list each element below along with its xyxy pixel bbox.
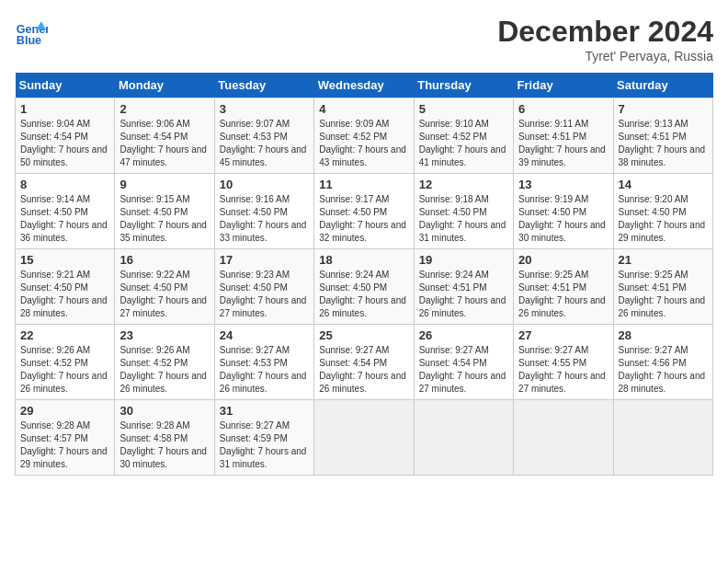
- calendar-cell: 25 Sunrise: 9:27 AMSunset: 4:54 PMDaylig…: [314, 325, 414, 400]
- cell-info: Sunrise: 9:15 AMSunset: 4:50 PMDaylight:…: [119, 194, 207, 243]
- day-number: 3: [220, 102, 309, 116]
- calendar-cell: [314, 400, 414, 476]
- cell-info: Sunrise: 9:13 AMSunset: 4:51 PMDaylight:…: [619, 119, 706, 167]
- cell-info: Sunrise: 9:26 AMSunset: 4:52 PMDaylight:…: [119, 345, 207, 394]
- day-number: 19: [419, 253, 508, 267]
- col-header-monday: Monday: [115, 73, 214, 98]
- calendar-cell: 9 Sunrise: 9:15 AMSunset: 4:50 PMDayligh…: [115, 174, 214, 249]
- cell-info: Sunrise: 9:04 AMSunset: 4:54 PMDaylight:…: [20, 119, 108, 167]
- calendar-table: SundayMondayTuesdayWednesdayThursdayFrid…: [15, 73, 713, 476]
- calendar-cell: 29 Sunrise: 9:28 AMSunset: 4:57 PMDaylig…: [16, 400, 115, 476]
- cell-info: Sunrise: 9:27 AMSunset: 4:54 PMDaylight:…: [319, 345, 406, 394]
- cell-info: Sunrise: 9:07 AMSunset: 4:53 PMDaylight:…: [220, 119, 307, 167]
- cell-info: Sunrise: 9:27 AMSunset: 4:56 PMDaylight:…: [619, 345, 706, 394]
- calendar-cell: 10 Sunrise: 9:16 AMSunset: 4:50 PMDaylig…: [214, 174, 313, 249]
- day-number: 15: [20, 253, 109, 267]
- day-number: 9: [119, 178, 209, 191]
- cell-info: Sunrise: 9:17 AMSunset: 4:50 PMDaylight:…: [319, 194, 406, 243]
- cell-info: Sunrise: 9:27 AMSunset: 4:54 PMDaylight:…: [419, 345, 506, 394]
- calendar-cell: 6 Sunrise: 9:11 AMSunset: 4:51 PMDayligh…: [514, 98, 613, 174]
- calendar-cell: 5 Sunrise: 9:10 AMSunset: 4:52 PMDayligh…: [414, 98, 513, 174]
- calendar-cell: 21 Sunrise: 9:25 AMSunset: 4:51 PMDaylig…: [613, 249, 712, 325]
- day-number: 1: [20, 102, 109, 116]
- day-number: 26: [419, 328, 508, 342]
- col-header-sunday: Sunday: [16, 73, 115, 98]
- cell-info: Sunrise: 9:24 AMSunset: 4:50 PMDaylight:…: [319, 270, 406, 318]
- calendar-cell: 14 Sunrise: 9:20 AMSunset: 4:50 PMDaylig…: [613, 174, 712, 249]
- day-number: 11: [319, 178, 408, 191]
- day-number: 6: [518, 102, 608, 116]
- cell-info: Sunrise: 9:28 AMSunset: 4:58 PMDaylight:…: [119, 420, 207, 469]
- calendar-cell: 24 Sunrise: 9:27 AMSunset: 4:53 PMDaylig…: [214, 325, 313, 400]
- day-number: 13: [518, 178, 608, 191]
- calendar-week-row: 1 Sunrise: 9:04 AMSunset: 4:54 PMDayligh…: [16, 98, 713, 174]
- col-header-friday: Friday: [514, 73, 613, 98]
- cell-info: Sunrise: 9:27 AMSunset: 4:53 PMDaylight:…: [220, 345, 307, 394]
- cell-info: Sunrise: 9:20 AMSunset: 4:50 PMDaylight:…: [619, 194, 706, 243]
- logo-icon: General Blue: [15, 15, 48, 48]
- calendar-week-row: 15 Sunrise: 9:21 AMSunset: 4:50 PMDaylig…: [16, 249, 713, 325]
- calendar-cell: 28 Sunrise: 9:27 AMSunset: 4:56 PMDaylig…: [613, 325, 712, 400]
- col-header-saturday: Saturday: [613, 73, 712, 98]
- cell-info: Sunrise: 9:14 AMSunset: 4:50 PMDaylight:…: [20, 194, 108, 243]
- cell-info: Sunrise: 9:18 AMSunset: 4:50 PMDaylight:…: [419, 194, 506, 243]
- cell-info: Sunrise: 9:23 AMSunset: 4:50 PMDaylight:…: [220, 270, 307, 318]
- calendar-cell: 1 Sunrise: 9:04 AMSunset: 4:54 PMDayligh…: [16, 98, 115, 174]
- cell-info: Sunrise: 9:10 AMSunset: 4:52 PMDaylight:…: [419, 119, 506, 167]
- cell-info: Sunrise: 9:26 AMSunset: 4:52 PMDaylight:…: [20, 345, 108, 394]
- day-number: 20: [518, 253, 608, 267]
- day-number: 7: [619, 102, 708, 116]
- day-number: 17: [220, 253, 309, 267]
- cell-info: Sunrise: 9:22 AMSunset: 4:50 PMDaylight:…: [119, 270, 207, 318]
- cell-info: Sunrise: 9:28 AMSunset: 4:57 PMDaylight:…: [20, 420, 108, 469]
- day-number: 5: [419, 102, 508, 116]
- cell-info: Sunrise: 9:21 AMSunset: 4:50 PMDaylight:…: [20, 270, 108, 318]
- calendar-cell: 11 Sunrise: 9:17 AMSunset: 4:50 PMDaylig…: [314, 174, 414, 249]
- calendar-week-row: 22 Sunrise: 9:26 AMSunset: 4:52 PMDaylig…: [16, 325, 713, 400]
- day-number: 30: [119, 404, 209, 418]
- day-number: 10: [220, 178, 309, 191]
- calendar-cell: [613, 400, 712, 476]
- day-number: 16: [119, 253, 209, 267]
- day-number: 12: [419, 178, 508, 191]
- calendar-header-row: SundayMondayTuesdayWednesdayThursdayFrid…: [16, 73, 713, 98]
- day-number: 21: [619, 253, 708, 267]
- calendar-cell: 12 Sunrise: 9:18 AMSunset: 4:50 PMDaylig…: [414, 174, 513, 249]
- calendar-cell: 16 Sunrise: 9:22 AMSunset: 4:50 PMDaylig…: [115, 249, 214, 325]
- cell-info: Sunrise: 9:27 AMSunset: 4:55 PMDaylight:…: [518, 345, 606, 394]
- calendar-body: 1 Sunrise: 9:04 AMSunset: 4:54 PMDayligh…: [16, 98, 713, 476]
- day-number: 27: [518, 328, 608, 342]
- day-number: 29: [20, 404, 109, 418]
- calendar-cell: 30 Sunrise: 9:28 AMSunset: 4:58 PMDaylig…: [115, 400, 214, 476]
- page-header: General Blue December 2024 Tyret' Pervay…: [15, 15, 713, 63]
- calendar-cell: [514, 400, 613, 476]
- calendar-cell: 17 Sunrise: 9:23 AMSunset: 4:50 PMDaylig…: [214, 249, 313, 325]
- calendar-cell: 27 Sunrise: 9:27 AMSunset: 4:55 PMDaylig…: [514, 325, 613, 400]
- calendar-cell: 15 Sunrise: 9:21 AMSunset: 4:50 PMDaylig…: [16, 249, 115, 325]
- day-number: 22: [20, 328, 109, 342]
- calendar-week-row: 8 Sunrise: 9:14 AMSunset: 4:50 PMDayligh…: [16, 174, 713, 249]
- cell-info: Sunrise: 9:11 AMSunset: 4:51 PMDaylight:…: [518, 119, 606, 167]
- day-number: 4: [319, 102, 408, 116]
- day-number: 31: [220, 404, 309, 418]
- calendar-cell: 8 Sunrise: 9:14 AMSunset: 4:50 PMDayligh…: [16, 174, 115, 249]
- day-number: 18: [319, 253, 408, 267]
- calendar-cell: 13 Sunrise: 9:19 AMSunset: 4:50 PMDaylig…: [514, 174, 613, 249]
- title-block: December 2024 Tyret' Pervaya, Russia: [497, 15, 713, 63]
- cell-info: Sunrise: 9:19 AMSunset: 4:50 PMDaylight:…: [518, 194, 606, 243]
- calendar-cell: 3 Sunrise: 9:07 AMSunset: 4:53 PMDayligh…: [214, 98, 313, 174]
- cell-info: Sunrise: 9:16 AMSunset: 4:50 PMDaylight:…: [220, 194, 307, 243]
- day-number: 2: [119, 102, 209, 116]
- calendar-cell: 31 Sunrise: 9:27 AMSunset: 4:59 PMDaylig…: [214, 400, 313, 476]
- logo: General Blue: [15, 15, 48, 48]
- calendar-week-row: 29 Sunrise: 9:28 AMSunset: 4:57 PMDaylig…: [16, 400, 713, 476]
- cell-info: Sunrise: 9:24 AMSunset: 4:51 PMDaylight:…: [419, 270, 506, 318]
- calendar-cell: 22 Sunrise: 9:26 AMSunset: 4:52 PMDaylig…: [16, 325, 115, 400]
- day-number: 24: [220, 328, 309, 342]
- day-number: 8: [20, 178, 109, 191]
- col-header-thursday: Thursday: [414, 73, 513, 98]
- month-title: December 2024: [497, 15, 713, 49]
- location-subtitle: Tyret' Pervaya, Russia: [497, 49, 713, 63]
- cell-info: Sunrise: 9:06 AMSunset: 4:54 PMDaylight:…: [119, 119, 207, 167]
- calendar-cell: 7 Sunrise: 9:13 AMSunset: 4:51 PMDayligh…: [613, 98, 712, 174]
